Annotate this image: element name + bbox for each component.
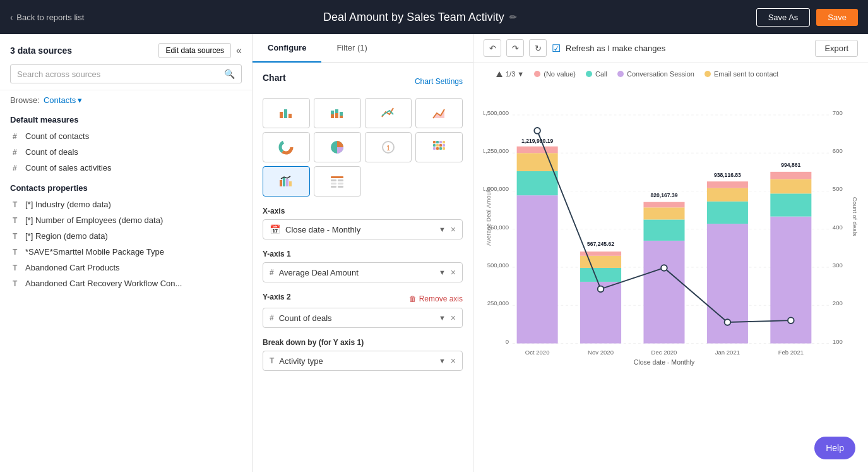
sidebar-item-property[interactable]: T[*] Number of Employees (demo data) (10, 212, 242, 228)
svg-rect-37 (331, 186, 336, 188)
edit-data-sources-button[interactable]: Edit data sources (158, 43, 231, 58)
main-layout: 3 data sources Edit data sources « 🔍 Bro… (0, 34, 868, 472)
tab-filter[interactable]: Filter (1) (321, 34, 382, 63)
legend-item-triangle: 1/3 ▼ (496, 70, 524, 78)
sidebar-item-property[interactable]: T[*] Industry (demo data) (10, 197, 242, 212)
svg-rect-68 (580, 256, 621, 268)
contacts-properties-section: Contacts properties T[*] Industry (demo … (0, 178, 252, 294)
svg-rect-5 (335, 113, 338, 118)
back-button[interactable]: ‹ Back to reports list (10, 13, 84, 22)
calendar-icon: 📅 (270, 224, 280, 234)
chart-type-table[interactable] (314, 166, 361, 197)
breakdown-value: Activity type (279, 356, 434, 366)
sidebar-item-measure[interactable]: #Count of contacts (10, 128, 242, 144)
svg-text:Oct 2020: Oct 2020 (525, 349, 550, 356)
breakdown-prefix: T (270, 356, 274, 365)
svg-rect-30 (286, 179, 288, 186)
svg-text:Average Deal Amount: Average Deal Amount (485, 187, 492, 246)
yaxis1-label: Y-axis 1 (263, 250, 463, 258)
chart-type-area[interactable] (415, 98, 463, 128)
svg-rect-32 (331, 176, 343, 178)
property-label: *SAVE*Smarttel Mobile Package Type (25, 247, 164, 257)
xaxis-clear-icon[interactable]: × (451, 224, 456, 234)
chart-type-heat[interactable] (415, 132, 463, 162)
svg-rect-28 (280, 180, 282, 186)
svg-rect-8 (340, 112, 343, 116)
sidebar-item-property[interactable]: T[*] Region (demo data) (10, 228, 242, 244)
svg-text:500,000: 500,000 (487, 262, 509, 269)
chart-type-donut[interactable] (263, 132, 310, 162)
property-prefix: T (13, 263, 20, 272)
yaxis1-clear-icon[interactable]: × (451, 267, 456, 277)
xaxis-select[interactable]: 📅 Close date - Monthly ▼ × (263, 219, 463, 239)
search-box: 🔍 (10, 64, 242, 83)
svg-point-83 (598, 286, 604, 293)
sidebar-item-measure[interactable]: #Count of deals (10, 144, 242, 160)
svg-rect-6 (335, 109, 338, 113)
property-prefix: T (13, 279, 20, 288)
browse-label: Browse: (10, 95, 40, 105)
search-input[interactable] (17, 70, 220, 79)
legend-item-call: Call (586, 70, 607, 78)
svg-text:500: 500 (833, 185, 843, 192)
measure-prefix: # (13, 132, 20, 141)
sidebar-item-property[interactable]: TAbandoned Cart Recovery Workflow Con... (10, 275, 242, 291)
property-label: [*] Industry (demo data) (25, 200, 111, 209)
tab-configure[interactable]: Configure (253, 34, 321, 63)
legend-dot-novalue (534, 71, 540, 77)
chart-type-single-stat[interactable]: 1 (365, 132, 412, 162)
yaxis2-value: Count of deals (279, 313, 434, 323)
breakdown-label: Break down by (for Y axis 1) (263, 338, 463, 347)
redo-button[interactable]: ↷ (506, 39, 524, 57)
yaxis2-chevron-icon: ▼ (439, 314, 446, 322)
xaxis-chevron-icon: ▼ (439, 226, 446, 233)
svg-point-84 (661, 265, 667, 271)
sidebar-item-property[interactable]: TAbandoned Cart Products (10, 260, 242, 275)
default-measures-title: Default measures (10, 115, 242, 124)
property-prefix: T (13, 200, 20, 209)
browse-row: Browse: Contacts ▾ (0, 90, 252, 110)
edit-title-icon[interactable]: ✏ (509, 12, 517, 22)
svg-text:994,861: 994,861 (781, 162, 800, 168)
help-button[interactable]: Help (814, 437, 855, 459)
browse-contacts-dropdown[interactable]: Contacts ▾ (44, 95, 82, 105)
refresh-button[interactable]: ↻ (529, 39, 547, 57)
remove-axis-button[interactable]: 🗑 Remove axis (409, 294, 463, 303)
undo-button[interactable]: ↶ (484, 39, 501, 57)
legend-item-novalue: (No value) (534, 70, 576, 78)
save-button[interactable]: Save (816, 9, 858, 26)
chart-type-combo[interactable] (263, 166, 310, 197)
chart-types-grid: 1 (263, 98, 463, 197)
collapse-sidebar-icon[interactable]: « (236, 45, 242, 56)
legend-label-novalue2: (No value) (544, 70, 576, 78)
chart-type-stacked-bar[interactable] (314, 98, 361, 128)
yaxis1-select[interactable]: # Average Deal Amount ▼ × (263, 262, 463, 282)
back-icon: ‹ (10, 13, 13, 22)
legend-label-email: Email sent to contact (714, 70, 778, 78)
chart-type-bar[interactable] (263, 98, 310, 128)
measure-label: Count of sales activities (25, 163, 112, 172)
chart-type-line[interactable] (365, 98, 412, 128)
export-button[interactable]: Export (815, 40, 858, 57)
svg-rect-1 (284, 109, 287, 118)
property-label: [*] Number of Employees (demo data) (25, 215, 163, 225)
svg-rect-71 (643, 219, 684, 240)
chart-type-pie[interactable] (314, 132, 361, 162)
svg-rect-4 (331, 111, 334, 114)
sidebar-item-property[interactable]: T*SAVE*Smarttel Mobile Package Type (10, 244, 242, 260)
contacts-properties-list: T[*] Industry (demo data)T[*] Number of … (10, 197, 242, 291)
legend-dot-call (586, 71, 592, 77)
svg-rect-16 (433, 141, 436, 143)
yaxis2-select[interactable]: # Count of deals ▼ × (263, 308, 463, 328)
refresh-checkbox[interactable]: ☑ (552, 42, 561, 54)
header-actions: Save As Save (756, 8, 858, 27)
breakdown-select[interactable]: T Activity type ▼ × (263, 351, 463, 371)
chart-settings-link[interactable]: Chart Settings (415, 77, 463, 86)
yaxis2-clear-icon[interactable]: × (451, 313, 456, 323)
sidebar-item-measure[interactable]: #Count of sales activities (10, 160, 242, 176)
save-as-button[interactable]: Save As (756, 8, 811, 27)
svg-rect-76 (707, 188, 748, 202)
yaxis1-section: Y-axis 1 # Average Deal Amount ▼ × (263, 250, 463, 282)
breakdown-clear-icon[interactable]: × (451, 356, 456, 366)
svg-rect-80 (770, 179, 811, 193)
